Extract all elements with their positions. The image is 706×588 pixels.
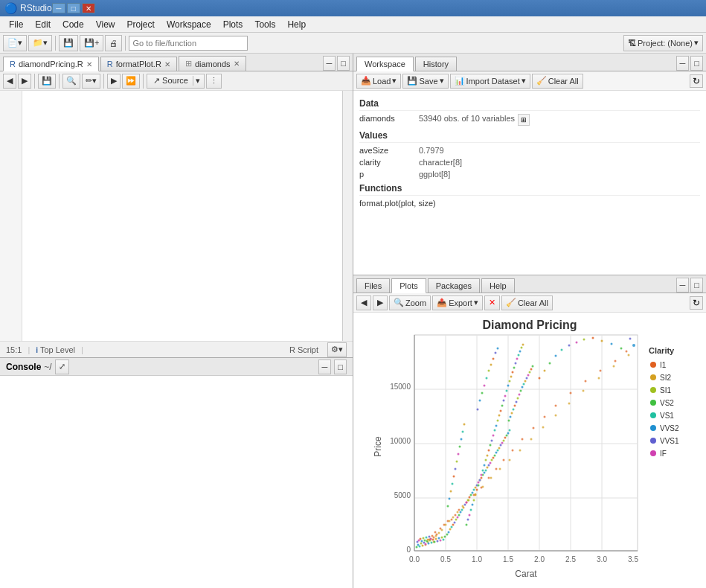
maximize-console-button[interactable]: □ (334, 359, 347, 374)
code-tools-button[interactable]: ✏▾ (82, 74, 100, 89)
prev-plot-button[interactable]: ◀ (356, 295, 371, 310)
files-area: Files Plots Packages Help ─ □ ◀ ▶ 🔍 Zoom… (353, 275, 706, 588)
save-ws-icon: 💾 (407, 76, 417, 86)
svg-text:VS2: VS2 (660, 399, 674, 407)
svg-text:15000: 15000 (390, 383, 411, 391)
find-button[interactable]: 🔍 (62, 74, 80, 89)
open-file-button[interactable]: 📁▾ (28, 35, 52, 51)
svg-text:0.0: 0.0 (409, 555, 420, 563)
workspace-content: Data diamonds 53940 obs. of 10 variables… (353, 91, 706, 275)
project-button[interactable]: 🏗 Project: (None) ▾ (623, 35, 703, 51)
remove-plot-button[interactable]: ✕ (484, 295, 500, 310)
close-button[interactable]: ✕ (82, 3, 95, 13)
menu-workspace[interactable]: Workspace (161, 18, 217, 31)
svg-point-211 (495, 425, 498, 427)
new-file-button[interactable]: 📄▾ (3, 35, 27, 51)
svg-point-101 (455, 519, 458, 521)
svg-point-95 (446, 534, 449, 536)
clear-all-button[interactable]: 🧹 Clear All (532, 74, 583, 89)
print-button[interactable]: 🖨 (105, 35, 122, 51)
svg-point-55 (509, 459, 511, 461)
export-button[interactable]: 📤 Export ▾ (432, 295, 483, 310)
import-dataset-button[interactable]: 📊 Import Dataset ▾ (450, 74, 530, 89)
minimize-button[interactable]: ─ (52, 3, 65, 13)
load-button[interactable]: 📥 Load ▾ (356, 74, 401, 89)
source-button[interactable]: ↗ Source ▾ (147, 74, 205, 89)
run-button[interactable]: ▶ (107, 74, 121, 89)
svg-point-212 (497, 420, 499, 422)
svg-point-176 (497, 348, 499, 350)
tab-files[interactable]: Files (356, 278, 390, 293)
svg-point-144 (456, 461, 458, 463)
svg-point-93 (429, 536, 431, 538)
diamonds-grid-button[interactable]: ⊞ (518, 114, 530, 126)
console-content[interactable] (0, 376, 353, 588)
svg-point-112 (472, 492, 474, 494)
save-button[interactable]: 💾 (59, 35, 78, 51)
import-dropdown: ▾ (522, 76, 526, 86)
next-plot-button[interactable]: ▶ (373, 295, 388, 310)
save-workspace-button[interactable]: 💾 Save ▾ (402, 74, 448, 89)
svg-point-165 (530, 368, 533, 371)
tab-help[interactable]: Help (481, 278, 515, 293)
maximize-button[interactable]: □ (67, 3, 80, 13)
back-button[interactable]: ◀ (3, 74, 16, 89)
maximize-plots-button[interactable]: □ (690, 278, 703, 293)
tab-workspace[interactable]: Workspace (356, 57, 414, 71)
close-tab-3[interactable]: ✕ (234, 60, 240, 68)
editor-scrollbar[interactable] (342, 91, 353, 341)
menu-plots[interactable]: Plots (217, 18, 249, 31)
save-ws-dropdown: ▾ (440, 76, 444, 86)
goto-input[interactable] (129, 36, 248, 51)
tab-plots[interactable]: Plots (391, 278, 426, 293)
menu-help[interactable]: Help (281, 18, 312, 31)
refresh-button[interactable]: ↻ (690, 74, 703, 88)
ed-more-button[interactable]: ⋮ (206, 74, 222, 89)
titlebar-title: RStudio (20, 3, 52, 13)
svg-point-171 (486, 377, 488, 380)
minimize-editor-button[interactable]: ─ (323, 56, 336, 71)
svg-point-159 (522, 386, 524, 389)
console-expand-button[interactable]: ⤢ (55, 359, 69, 374)
editor-tab-bar: R diamondPricing.R ✕ R formatPlot.R ✕ ⊞ … (0, 54, 353, 71)
menu-project[interactable]: Project (121, 18, 161, 31)
svg-point-219 (507, 385, 510, 387)
svg-point-99 (452, 524, 455, 526)
ws-functions-section: Functions (359, 183, 700, 196)
maximize-editor-button[interactable]: □ (337, 56, 350, 71)
code-content[interactable] (22, 91, 342, 341)
workspace-area: Workspace History ─ □ 📥 Load ▾ 💾 Save ▾ (353, 54, 706, 275)
svg-point-48 (457, 511, 459, 514)
svg-point-109 (467, 499, 469, 502)
tab-diamonds[interactable]: ⊞ diamonds ✕ (179, 56, 246, 71)
close-tab-2[interactable]: ✕ (164, 60, 170, 68)
tab-history[interactable]: History (415, 57, 457, 71)
save-all-button[interactable]: 💾+ (80, 35, 103, 51)
maximize-workspace-button[interactable]: □ (690, 56, 703, 71)
svg-point-45 (445, 524, 447, 526)
menu-code[interactable]: Code (57, 18, 90, 31)
clear-icon: 🧹 (536, 76, 547, 86)
menu-edit[interactable]: Edit (29, 18, 57, 31)
svg-point-142 (453, 476, 455, 478)
minimize-console-button[interactable]: ─ (318, 359, 332, 374)
svg-point-13 (434, 531, 437, 534)
svg-point-164 (529, 371, 531, 374)
menu-file[interactable]: File (3, 18, 29, 31)
clear-plots-button[interactable]: 🧹 Clear All (501, 295, 553, 310)
close-tab-1[interactable]: ✕ (86, 60, 92, 68)
refresh-plots-button[interactable]: ↻ (690, 296, 703, 310)
run-to-button[interactable]: ⏩ (122, 74, 140, 89)
tab-diamond-pricing[interactable]: R diamondPricing.R ✕ (3, 57, 99, 71)
tab-format-plot[interactable]: R formatPlot.R ✕ (100, 57, 177, 71)
save-script-button[interactable]: 💾 (38, 74, 56, 89)
minimize-workspace-button[interactable]: ─ (676, 56, 690, 71)
menu-view[interactable]: View (90, 18, 121, 31)
svg-point-220 (509, 380, 511, 383)
script-options-button[interactable]: ⚙▾ (327, 342, 347, 357)
menu-tools[interactable]: Tools (248, 18, 281, 31)
forward-button[interactable]: ▶ (18, 74, 31, 89)
tab-packages[interactable]: Packages (428, 278, 480, 293)
minimize-plots-button[interactable]: ─ (676, 278, 690, 293)
zoom-button[interactable]: 🔍 Zoom (389, 295, 431, 310)
